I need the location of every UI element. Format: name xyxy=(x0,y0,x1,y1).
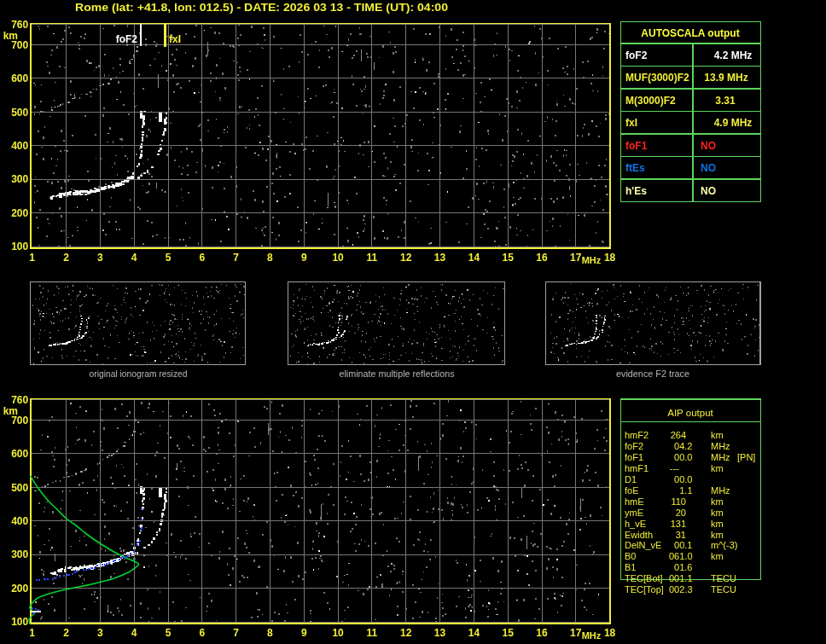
svg-text:600: 600 xyxy=(11,448,28,460)
svg-text:04.2: 04.2 xyxy=(674,441,692,451)
svg-text:B1: B1 xyxy=(625,562,636,572)
svg-text:Ewidth: Ewidth xyxy=(625,530,653,540)
svg-text:002.3: 002.3 xyxy=(669,584,693,595)
svg-text:12: 12 xyxy=(400,627,412,639)
svg-text:16: 16 xyxy=(536,252,548,264)
svg-text:6: 6 xyxy=(199,252,205,264)
svg-text:13: 13 xyxy=(434,627,446,639)
svg-text:MHz: MHz xyxy=(711,441,730,451)
svg-text:TEC[Top]: TEC[Top] xyxy=(625,584,664,595)
svg-text:MHz: MHz xyxy=(582,630,602,641)
svg-text:AIP output: AIP output xyxy=(667,408,713,418)
svg-text:200: 200 xyxy=(11,207,28,219)
svg-text:eliminate multiple reflections: eliminate multiple reflections xyxy=(340,368,455,379)
svg-text:3: 3 xyxy=(97,252,103,264)
svg-text:11: 11 xyxy=(367,627,378,639)
svg-text:4.2 MHz: 4.2 MHz xyxy=(714,49,753,61)
svg-text:ftEs: ftEs xyxy=(625,162,645,174)
svg-text:foE: foE xyxy=(625,485,639,496)
svg-text:MHz: MHz xyxy=(711,452,730,462)
svg-text:5: 5 xyxy=(166,252,172,264)
svg-text:15: 15 xyxy=(503,627,515,639)
svg-text:5: 5 xyxy=(166,627,172,639)
svg-text:D1: D1 xyxy=(625,474,637,484)
svg-text:1: 1 xyxy=(29,252,35,264)
svg-text:500: 500 xyxy=(11,107,28,119)
svg-text:264: 264 xyxy=(671,430,686,440)
svg-text:600: 600 xyxy=(11,73,28,84)
svg-text:760: 760 xyxy=(11,19,28,31)
svg-text:11: 11 xyxy=(367,252,378,264)
svg-text:km: km xyxy=(3,405,18,417)
svg-text:MUF(3000)F2: MUF(3000)F2 xyxy=(625,72,689,84)
svg-text:M(3000)F2: M(3000)F2 xyxy=(625,95,676,107)
svg-text:h_vE: h_vE xyxy=(625,519,646,529)
svg-text:1.1: 1.1 xyxy=(679,485,692,496)
svg-text:---: --- xyxy=(670,463,679,473)
svg-text:200: 200 xyxy=(11,583,28,595)
svg-text:16: 16 xyxy=(536,627,548,639)
svg-text:15: 15 xyxy=(503,252,515,264)
svg-text:061.0: 061.0 xyxy=(669,551,693,561)
svg-text:hmF2: hmF2 xyxy=(625,430,649,440)
svg-text:10: 10 xyxy=(332,252,344,264)
svg-text:14: 14 xyxy=(468,627,480,639)
svg-text:TECU: TECU xyxy=(711,584,736,595)
svg-text:01.6: 01.6 xyxy=(674,562,692,572)
svg-text:00.1: 00.1 xyxy=(674,540,692,550)
svg-text:110: 110 xyxy=(671,496,686,507)
svg-text:20: 20 xyxy=(676,508,686,518)
svg-text:fxI: fxI xyxy=(169,33,181,45)
svg-text:NO: NO xyxy=(701,162,716,174)
svg-text:131: 131 xyxy=(671,519,686,529)
svg-text:100: 100 xyxy=(11,241,28,252)
svg-text:18: 18 xyxy=(604,252,616,264)
svg-text:7: 7 xyxy=(233,627,239,639)
svg-text:17: 17 xyxy=(570,252,582,264)
svg-text:7: 7 xyxy=(233,252,239,264)
svg-text:3: 3 xyxy=(97,627,103,639)
svg-text:B0: B0 xyxy=(625,551,636,561)
svg-text:m^(-3): m^(-3) xyxy=(711,540,737,550)
svg-text:00.0: 00.0 xyxy=(674,452,692,462)
svg-text:km: km xyxy=(711,519,724,529)
svg-text:km: km xyxy=(711,508,724,518)
svg-text:km: km xyxy=(711,496,724,507)
svg-text:TEC[Bot]: TEC[Bot] xyxy=(625,573,663,583)
svg-text:MHz: MHz xyxy=(711,485,730,496)
svg-text:13.9 MHz: 13.9 MHz xyxy=(704,72,747,84)
svg-text:hmF1: hmF1 xyxy=(625,463,649,473)
svg-text:km: km xyxy=(711,530,724,540)
svg-text:9: 9 xyxy=(301,252,307,264)
svg-text:TECU: TECU xyxy=(711,573,736,583)
svg-text:km: km xyxy=(711,463,724,473)
svg-text:km: km xyxy=(711,430,724,440)
svg-text:2: 2 xyxy=(63,627,69,639)
svg-text:300: 300 xyxy=(11,548,28,560)
svg-text:3.31: 3.31 xyxy=(715,95,736,107)
svg-text:evidence F2 trace: evidence F2 trace xyxy=(616,368,689,379)
svg-text:14: 14 xyxy=(468,252,480,264)
svg-text:AUTOSCALA output: AUTOSCALA output xyxy=(641,27,739,39)
svg-text:4: 4 xyxy=(131,627,137,639)
svg-text:foF2: foF2 xyxy=(116,33,138,45)
svg-text:ymE: ymE xyxy=(625,508,643,518)
svg-text:100: 100 xyxy=(11,616,28,628)
svg-text:10: 10 xyxy=(332,627,344,639)
svg-text:4.9 MHz: 4.9 MHz xyxy=(714,117,753,129)
svg-text:fxI: fxI xyxy=(625,117,637,129)
svg-text:MHz: MHz xyxy=(582,255,602,265)
svg-text:400: 400 xyxy=(11,140,28,152)
svg-text:hmE: hmE xyxy=(625,496,644,507)
svg-text:km: km xyxy=(3,30,18,42)
svg-text:18: 18 xyxy=(604,627,616,639)
svg-text:8: 8 xyxy=(267,627,273,639)
svg-text:4: 4 xyxy=(131,252,137,264)
svg-text:h'Es: h'Es xyxy=(625,185,647,197)
svg-text:400: 400 xyxy=(11,515,28,527)
svg-text:1: 1 xyxy=(29,627,35,639)
svg-text:12: 12 xyxy=(400,252,412,264)
svg-text:foF2: foF2 xyxy=(625,49,648,61)
svg-text:300: 300 xyxy=(11,173,28,185)
svg-text:DelN_vE: DelN_vE xyxy=(625,540,661,550)
